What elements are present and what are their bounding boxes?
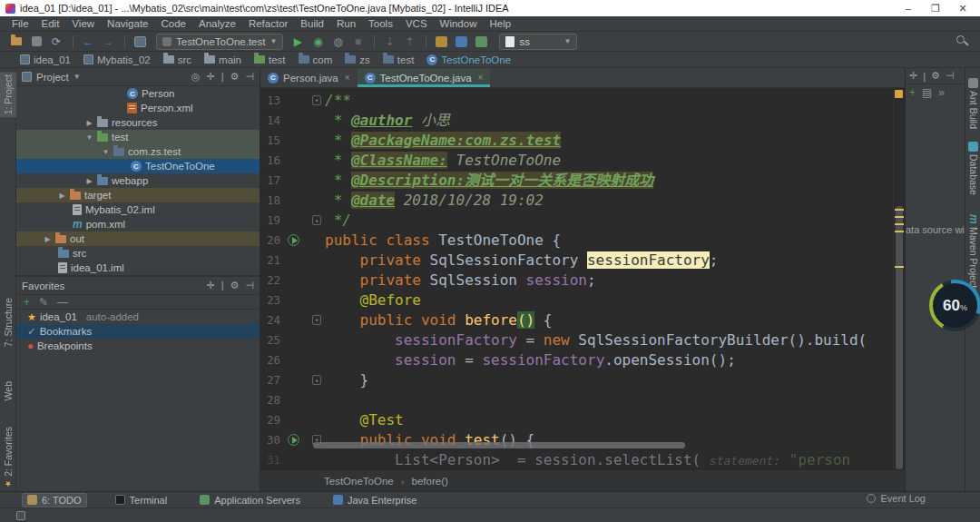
favorites-toolbar-icon[interactable]: ✎ bbox=[39, 296, 48, 309]
favorites-panel-title[interactable]: Favorites bbox=[22, 281, 64, 291]
tree-item-test[interactable]: ▼test bbox=[16, 130, 260, 144]
run-icon[interactable]: ▶ bbox=[289, 34, 307, 49]
code-line-27[interactable]: 27▴ } bbox=[260, 370, 893, 390]
editor-tab-person-java[interactable]: CPerson.java× bbox=[260, 68, 358, 87]
expand-icon[interactable]: ▶ bbox=[85, 177, 93, 185]
build-icon[interactable] bbox=[131, 34, 149, 49]
tree-item-out[interactable]: ▶out bbox=[16, 231, 260, 246]
code-line-13[interactable]: 13▾/** bbox=[260, 91, 893, 111]
fold-marker-icon[interactable]: ▾ bbox=[312, 315, 321, 325]
breadcrumb-item[interactable]: test bbox=[254, 54, 286, 65]
tree-item-idea-01-iml[interactable]: idea_01.iml bbox=[16, 261, 260, 275]
find-edit-icon[interactable] bbox=[432, 34, 450, 49]
run-test-icon[interactable] bbox=[288, 434, 299, 446]
run-test-icon[interactable] bbox=[288, 234, 299, 246]
breadcrumb-item[interactable]: Mybatis_02 bbox=[83, 54, 151, 65]
bottom-tab-6-todo[interactable]: 6: TODO bbox=[22, 493, 87, 507]
open-icon[interactable] bbox=[7, 34, 25, 49]
code-line-25[interactable]: 25 sessionFactory = new SqlSessionFactor… bbox=[260, 330, 893, 350]
favorites-toolbar-icon[interactable]: + bbox=[24, 296, 30, 309]
menu-edit[interactable]: Edit bbox=[35, 18, 66, 29]
code-line-31[interactable]: 31 List<Person> = session.selectList( st… bbox=[260, 450, 893, 469]
favorites-item-breakpoints[interactable]: ●Breakpoints bbox=[16, 339, 260, 353]
database-header-icon[interactable]: | bbox=[923, 71, 926, 82]
editor-tab-testonetoone-java[interactable]: CTestOneToOne.java× bbox=[358, 68, 491, 87]
editor-breadcrumb-item[interactable]: before() bbox=[412, 476, 448, 487]
tool-strip-ant-build[interactable]: Ant Build bbox=[965, 75, 980, 132]
fold-marker-icon[interactable]: ▴ bbox=[312, 375, 321, 385]
tree-item-webapp[interactable]: ▶webapp bbox=[16, 173, 260, 188]
tree-item-person[interactable]: CPerson bbox=[16, 86, 260, 101]
favorites-toolbar-icon[interactable]: — bbox=[57, 296, 68, 309]
collapse-icon[interactable]: ▼ bbox=[85, 133, 93, 142]
menu-build[interactable]: Build bbox=[294, 18, 330, 29]
horizontal-scrollbar[interactable] bbox=[313, 442, 685, 448]
menu-vcs[interactable]: VCS bbox=[399, 18, 434, 29]
menu-refactor[interactable]: Refactor bbox=[242, 18, 294, 29]
fold-marker-icon[interactable]: ▴ bbox=[312, 215, 321, 225]
database-header-icon[interactable]: ✛ bbox=[909, 70, 917, 82]
code-line-17[interactable]: 17 * @Description:测试一对一关系是否映射成功 bbox=[260, 171, 893, 191]
error-stripe[interactable] bbox=[893, 88, 905, 469]
messages-icon[interactable] bbox=[472, 34, 490, 49]
tree-item-testonetoone[interactable]: CTestOneToOne bbox=[16, 159, 260, 173]
expand-icon[interactable]: ▶ bbox=[44, 235, 52, 243]
code-line-28[interactable]: 28 bbox=[260, 390, 893, 410]
minimize-button[interactable]: – bbox=[895, 0, 922, 16]
search-everywhere-icon[interactable] bbox=[956, 35, 969, 48]
tool-strip--project[interactable]: 1: Project bbox=[0, 72, 16, 117]
code-line-21[interactable]: 21 private SqlSessionFactory sessionFact… bbox=[260, 251, 893, 271]
favorites-header-icon[interactable]: ⊣ bbox=[245, 280, 254, 291]
bottom-tab-terminal[interactable]: Terminal bbox=[111, 493, 172, 507]
code-line-14[interactable]: 14 * @author 小思 bbox=[260, 111, 893, 131]
database-toolbar-icon[interactable]: + bbox=[909, 86, 916, 99]
fold-marker-icon[interactable]: ▾ bbox=[312, 95, 321, 105]
back-icon[interactable]: ← bbox=[79, 34, 97, 49]
code-line-22[interactable]: 22 private SqlSession session; bbox=[260, 271, 893, 291]
favorites-header-icon[interactable]: ⚙ bbox=[230, 280, 240, 291]
menu-view[interactable]: View bbox=[65, 18, 101, 29]
code-line-24[interactable]: 24▾ public void before() { bbox=[260, 310, 893, 330]
editor-breadcrumb-item[interactable]: TestOneToOne bbox=[324, 476, 394, 487]
project-header-icon[interactable]: ⚙ bbox=[230, 71, 240, 82]
sync-icon[interactable]: ⟳ bbox=[47, 34, 65, 49]
expand-icon[interactable]: ▶ bbox=[85, 119, 93, 127]
tree-item-resources[interactable]: ▶resources bbox=[16, 115, 260, 130]
database-header-icon[interactable]: ⚙ bbox=[931, 70, 940, 82]
menu-tools[interactable]: Tools bbox=[362, 18, 399, 29]
close-button[interactable]: ✕ bbox=[949, 0, 976, 16]
warning-stripe-mark[interactable] bbox=[895, 209, 904, 211]
menu-navigate[interactable]: Navigate bbox=[101, 18, 154, 29]
breadcrumb-item[interactable]: com bbox=[299, 54, 333, 65]
tool-strip--favorites[interactable]: ★2: Favorites bbox=[0, 424, 16, 491]
coverage-icon[interactable]: ◍ bbox=[328, 34, 347, 49]
favorites-item-bookmarks[interactable]: ✓Bookmarks bbox=[16, 324, 260, 339]
event-log-button[interactable]: Event Log bbox=[867, 493, 926, 504]
restore-button[interactable]: ❐ bbox=[922, 0, 949, 16]
menu-run[interactable]: Run bbox=[330, 18, 362, 29]
breadcrumb-item[interactable]: zs bbox=[345, 54, 370, 65]
code-editor[interactable]: 13▾/**14 * @author 小思15 * @PackageName:c… bbox=[260, 88, 893, 469]
menu-window[interactable]: Window bbox=[434, 18, 484, 29]
project-header-icon[interactable]: ⊣ bbox=[245, 71, 254, 82]
vertical-scrollbar-thumb[interactable] bbox=[896, 206, 903, 469]
breadcrumb-item[interactable]: src bbox=[163, 54, 191, 65]
code-line-19[interactable]: 19▴ */ bbox=[260, 211, 893, 231]
warning-stripe-mark[interactable] bbox=[895, 216, 904, 218]
warning-stripe-mark[interactable] bbox=[895, 266, 904, 268]
code-line-23[interactable]: 23 @Before bbox=[260, 291, 893, 310]
collapse-icon[interactable]: ▼ bbox=[102, 148, 110, 156]
favorites-item-idea_01[interactable]: ★idea_01auto-added bbox=[16, 310, 260, 324]
breadcrumb-item[interactable]: test bbox=[383, 54, 415, 65]
close-tab-icon[interactable]: × bbox=[345, 73, 350, 83]
chevron-down-icon[interactable]: ▼ bbox=[74, 73, 81, 81]
debug-icon[interactable]: ◉ bbox=[309, 34, 327, 49]
breadcrumb-item[interactable]: CTestOneToOne bbox=[426, 54, 511, 65]
breadcrumb-item[interactable]: idea_01 bbox=[20, 54, 71, 65]
tree-item-src[interactable]: src bbox=[16, 246, 260, 261]
code-line-26[interactable]: 26 session = sessionFactory.openSession(… bbox=[260, 350, 893, 370]
tree-item-pom-xml[interactable]: mpom.xml bbox=[16, 217, 260, 231]
tool-strip--structure[interactable]: 7: Structure bbox=[0, 295, 16, 350]
code-line-15[interactable]: 15 * @PackageName:com.zs.test bbox=[260, 131, 893, 151]
project-header-icon[interactable]: | bbox=[221, 71, 224, 82]
